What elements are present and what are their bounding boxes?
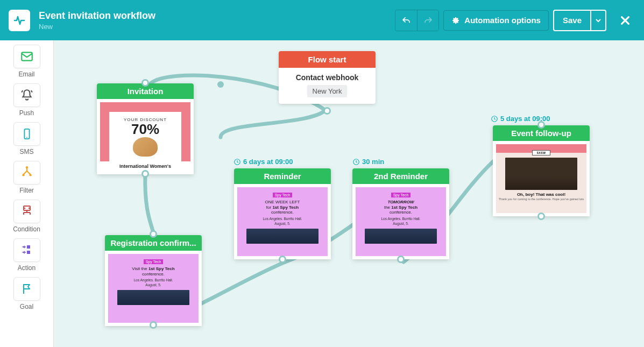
followup-preview: SXSW Oh, boy! That was cool! Thank you f… xyxy=(493,141,590,216)
page-title: Event invitation workflow xyxy=(39,10,395,22)
svg-rect-10 xyxy=(27,251,30,254)
connector-dot[interactable] xyxy=(397,256,405,263)
reminder-preview: Spy Tech ONE WEEK LEFTfor 1st Spy Techco… xyxy=(234,184,331,259)
node-reminder[interactable]: Reminder Spy Tech ONE WEEK LEFTfor 1st S… xyxy=(234,168,331,259)
title-block: Event invitation workflow New xyxy=(39,10,395,31)
invitation-preview: YOUR DISCOUNT 70% International Women's xyxy=(97,99,194,174)
condition-icon xyxy=(19,205,34,218)
palette-condition[interactable]: Condition xyxy=(6,200,47,233)
connector-dot[interactable] xyxy=(150,230,157,238)
svg-point-4 xyxy=(22,174,24,176)
phone-icon xyxy=(21,127,33,141)
palette-goal[interactable]: Goal xyxy=(6,277,47,310)
svg-point-2 xyxy=(26,137,27,138)
clock-icon xyxy=(233,158,241,166)
save-dropdown-button[interactable] xyxy=(590,11,605,30)
node-flow-start[interactable]: Flow start Contact webhook New York xyxy=(279,51,376,104)
undo-button[interactable] xyxy=(395,10,417,31)
connector-dot[interactable] xyxy=(279,256,286,263)
automation-options-label: Automation options xyxy=(464,16,541,25)
app-logo[interactable] xyxy=(9,10,30,31)
close-button[interactable] xyxy=(615,10,635,31)
palette-email[interactable]: Email xyxy=(6,45,47,78)
mail-icon xyxy=(20,49,34,63)
filter-icon xyxy=(20,166,34,180)
gear-icon xyxy=(451,16,460,25)
svg-point-11 xyxy=(217,81,224,88)
palette-action[interactable]: Action xyxy=(6,238,47,272)
clock-icon xyxy=(352,158,360,166)
palette-sms[interactable]: SMS xyxy=(6,122,47,155)
activity-icon xyxy=(13,14,26,27)
timing-reminder2: 30 min xyxy=(352,158,384,166)
undo-redo-group xyxy=(395,10,439,31)
registration-preview: Spy Tech Visit the 1st Spy Techconferenc… xyxy=(105,251,202,326)
redo-button[interactable] xyxy=(417,10,438,31)
action-icon xyxy=(20,244,34,256)
node-registration-confirm[interactable]: Registration confirm... Spy Tech Visit t… xyxy=(105,235,202,326)
flow-start-tag: New York xyxy=(307,85,348,97)
app-header: Event invitation workflow New Automation… xyxy=(0,0,644,40)
page-status: New xyxy=(39,23,395,31)
reminder-title: Reminder xyxy=(234,168,331,184)
svg-point-8 xyxy=(28,208,30,209)
svg-point-7 xyxy=(24,208,25,209)
flag-icon xyxy=(20,282,33,295)
workflow-canvas[interactable]: Flow start Contact webhook New York Invi… xyxy=(54,40,644,347)
close-icon xyxy=(619,15,631,26)
element-palette: Email Push SMS Filter Condition Action G… xyxy=(0,40,54,347)
palette-push[interactable]: Push xyxy=(6,83,47,117)
node-reminder2[interactable]: 2nd Reminder Spy Tech TOMORROWthe 1st Sp… xyxy=(352,168,449,259)
svg-point-3 xyxy=(25,166,27,168)
reminder2-preview: Spy Tech TOMORROWthe 1st Spy Techconfere… xyxy=(352,184,449,259)
connector-dot[interactable] xyxy=(537,213,545,220)
svg-rect-9 xyxy=(27,245,30,249)
undo-icon xyxy=(401,16,411,25)
clock-icon xyxy=(491,115,498,123)
caret-down-icon xyxy=(596,18,601,23)
connector-dot[interactable] xyxy=(323,107,331,115)
automation-options-button[interactable]: Automation options xyxy=(443,10,549,31)
flow-start-title: Flow start xyxy=(279,51,376,68)
bell-icon xyxy=(20,88,34,102)
timing-reminder: 6 days at 09:00 xyxy=(233,158,293,166)
connector-dot[interactable] xyxy=(141,79,149,87)
connector-dot[interactable] xyxy=(150,321,157,329)
flow-start-subtitle: Contact webhook xyxy=(285,73,369,82)
connector-dot[interactable] xyxy=(141,170,149,178)
node-invitation[interactable]: Invitation YOUR DISCOUNT 70% Internation… xyxy=(97,83,194,174)
connector-dot[interactable] xyxy=(537,121,545,129)
save-button-group: Save xyxy=(553,10,606,31)
save-button[interactable]: Save xyxy=(554,11,590,30)
redo-icon xyxy=(423,16,433,25)
svg-point-5 xyxy=(29,174,31,176)
node-followup[interactable]: Event follow-up SXSW Oh, boy! That was c… xyxy=(493,125,590,216)
reminder2-title: 2nd Reminder xyxy=(352,168,449,184)
palette-filter[interactable]: Filter xyxy=(6,161,47,194)
